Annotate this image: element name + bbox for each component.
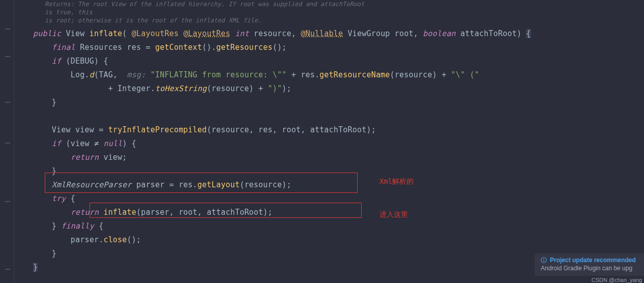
code-line[interactable]: return inflate(parser, root, attachToRoo…	[14, 206, 644, 219]
doc-text-1: The root View of the inflated hierarchy.…	[45, 1, 365, 16]
code-line[interactable]: }	[14, 96, 644, 109]
annotation-text-2: 进入这里	[379, 210, 408, 219]
watermark: CSDN @chan_yang	[592, 277, 642, 283]
code-line[interactable]: XmlResourceParser parser = res.getLayout…	[14, 178, 644, 192]
code-line[interactable]: final Resources res = getContext().getRe…	[14, 41, 644, 54]
javadoc-comment: Returns: The root View of the inflated h…	[14, 0, 370, 27]
ide-notification[interactable]: Project update recommended Android Gradl…	[535, 253, 644, 276]
code-line[interactable]: return view;	[14, 151, 644, 164]
notification-title: Project update recommended	[550, 257, 636, 264]
annotation-text-1: Xml解析的	[379, 177, 414, 186]
code-line[interactable]: Log.d(TAG, msg: "INFLATING from resource…	[14, 68, 644, 82]
code-line[interactable]: if (DEBUG) {	[14, 54, 644, 68]
code-line[interactable]: parser.close();	[14, 233, 644, 247]
doc-returns-label: Returns:	[45, 1, 78, 8]
code-editor[interactable]: Returns: The root View of the inflated h…	[14, 0, 644, 283]
info-icon	[541, 257, 547, 263]
code-line[interactable]: public View inflate( @LayoutRes @LayoutR…	[14, 27, 644, 41]
notification-message: Android Gradle Plugin can be upg	[541, 265, 639, 272]
code-line[interactable]: }	[14, 164, 644, 178]
code-line[interactable]: if (view ≠ null) {	[14, 137, 644, 151]
code-line[interactable]: View view = tryInflatePrecompiled(resour…	[14, 123, 644, 137]
code-line[interactable]: try {	[14, 192, 644, 206]
svg-point-1	[543, 259, 544, 260]
doc-text-2: is root; otherwise it is the root of the…	[45, 17, 261, 24]
editor-gutter	[0, 0, 14, 283]
code-line[interactable]: } finally {	[14, 219, 644, 233]
code-line[interactable]	[14, 109, 644, 123]
code-line[interactable]: + Integer.toHexString(resource) + ")");	[14, 82, 644, 96]
svg-rect-2	[543, 260, 544, 262]
